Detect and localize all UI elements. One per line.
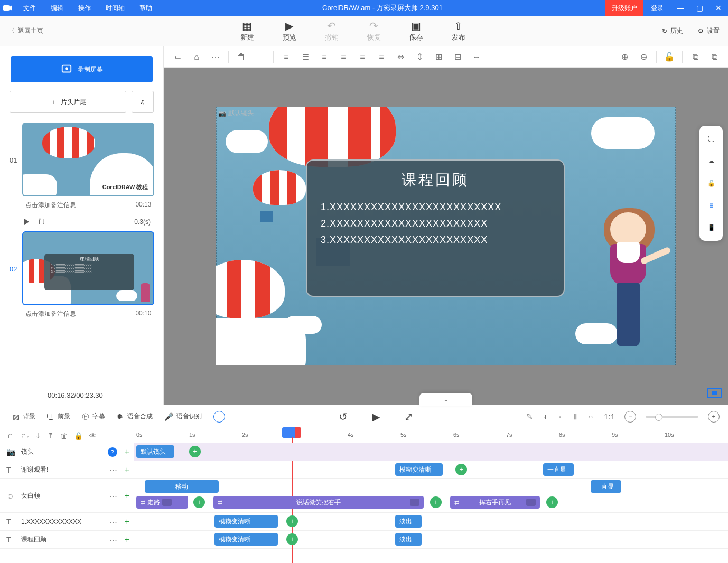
clip-always-show[interactable]: 一直显 xyxy=(591,480,621,493)
trash-icon[interactable]: 🗑 xyxy=(233,49,250,65)
slide-thumbnail[interactable]: CorelDRAW 教程 xyxy=(22,123,154,196)
maximize-button[interactable]: ▢ xyxy=(690,0,709,16)
add-button[interactable]: + xyxy=(125,517,129,527)
align-center-icon[interactable]: ≣ xyxy=(297,49,314,65)
upgrade-button[interactable]: 升级账户 xyxy=(605,0,643,16)
desktop-icon[interactable]: 🖥 xyxy=(705,200,717,211)
save-button[interactable]: ▣保存 xyxy=(409,20,423,42)
timeline-rewind-icon[interactable]: ↺ xyxy=(339,410,348,423)
delete-icon[interactable]: 🗑 xyxy=(60,431,68,440)
new-button[interactable]: ▦新建 xyxy=(240,20,254,42)
align-bottom-icon[interactable]: ≡ xyxy=(373,49,390,65)
align-tool-icon[interactable]: ⊞ xyxy=(430,49,447,65)
slide-item[interactable]: 01 CorelDRAW 教程 点击添加备注信息 00:13 xyxy=(10,123,154,212)
help-icon[interactable]: ? xyxy=(108,447,117,457)
add-folder-icon[interactable]: 🗁 xyxy=(21,431,29,440)
spacing-icon[interactable]: ↔ xyxy=(468,49,485,65)
align-middle-icon[interactable]: ≡ xyxy=(354,49,371,65)
mobile-icon[interactable]: 📱 xyxy=(705,222,717,233)
clip-fade-out[interactable]: 淡出 xyxy=(395,533,422,546)
canvas-viewport[interactable]: 📷 默认镜头 xyxy=(164,68,728,405)
crop-icon[interactable]: ⛶ xyxy=(252,49,269,65)
actual-size-icon[interactable]: 1:1 xyxy=(604,412,615,421)
music-button[interactable]: ♫ xyxy=(132,91,154,113)
filter-icon[interactable]: ⫠ xyxy=(556,412,564,421)
menu-timeline[interactable]: 时间轴 xyxy=(98,0,132,16)
preview-button[interactable]: ▶预览 xyxy=(283,20,296,42)
clip-default-camera[interactable]: 默认镜头 xyxy=(136,445,174,458)
play-transition-icon[interactable] xyxy=(24,219,29,225)
clip-blur-clear[interactable]: 模糊变清晰 xyxy=(214,515,278,528)
clip-always-show[interactable]: 一直显 xyxy=(543,463,574,476)
copy-icon[interactable]: ⧉ xyxy=(687,49,704,65)
clip-move[interactable]: 移动 xyxy=(145,480,219,493)
track-menu-icon[interactable]: ⋯ xyxy=(109,535,117,545)
timeline-collapse-handle[interactable]: ⌄ xyxy=(419,393,472,406)
tab-tts[interactable]: 🗣语音合成 xyxy=(117,412,153,421)
publish-button[interactable]: ⇧发布 xyxy=(452,20,465,42)
tab-foreground[interactable]: ⿻前景 xyxy=(47,412,70,421)
tab-subtitle[interactable]: ㊐字幕 xyxy=(82,412,105,421)
zoom-out-button[interactable]: − xyxy=(624,411,636,423)
track-menu-icon[interactable]: ⋯ xyxy=(109,517,117,527)
lock-track-icon[interactable]: 🔒 xyxy=(74,431,83,440)
tab-asr[interactable]: 🎤语音识别 xyxy=(164,412,202,421)
align-tool2-icon[interactable]: ⊟ xyxy=(449,49,466,65)
add-clip-button[interactable]: + xyxy=(286,533,298,545)
menu-action[interactable]: 操作 xyxy=(71,0,98,16)
tab-background[interactable]: ▨背景 xyxy=(13,412,35,421)
back-home-button[interactable]: 〈 返回主页 xyxy=(8,26,43,35)
clip-blur-clear[interactable]: 模糊变清晰 xyxy=(214,533,278,546)
clip-blur-clear[interactable]: 模糊变清晰 xyxy=(395,463,443,476)
distribute-v-icon[interactable]: ⇕ xyxy=(411,49,428,65)
unlock-icon[interactable]: 🔓 xyxy=(705,177,717,189)
paste-icon[interactable]: ⧉ xyxy=(706,49,723,65)
add-clip-button[interactable]: + xyxy=(189,446,201,457)
clip-fade-out[interactable]: 淡出 xyxy=(395,515,422,528)
edit-icon[interactable]: ✎ xyxy=(526,412,533,421)
close-button[interactable]: ✕ xyxy=(709,0,728,16)
zoom-out-icon[interactable]: ⊖ xyxy=(635,49,652,65)
distribute-h-icon[interactable]: ⇔ xyxy=(392,49,409,65)
record-screen-button[interactable]: 录制屏幕 xyxy=(11,56,153,82)
slide-item[interactable]: 02 课程回顾 1.XXXXXXXXXXXXXXXXXX 2.XXXXXXXXX… xyxy=(10,231,154,321)
intro-outro-button[interactable]: ＋片头片尾 xyxy=(10,91,126,113)
home-icon[interactable]: ⌂ xyxy=(188,49,205,65)
menu-file[interactable]: 文件 xyxy=(16,0,43,16)
align-left-icon[interactable]: ≡ xyxy=(278,49,295,65)
lock-icon[interactable]: 🔓 xyxy=(661,49,678,65)
canvas[interactable]: 📷 默认镜头 xyxy=(216,107,676,365)
settings-button[interactable]: ⚙设置 xyxy=(698,26,720,35)
track-menu-icon[interactable]: ⋯ xyxy=(109,465,117,475)
slide-note[interactable]: 点击添加备注信息 xyxy=(25,309,76,318)
align-right-icon[interactable]: ≡ xyxy=(316,49,333,65)
timeline-play-icon[interactable]: ▶ xyxy=(372,410,380,423)
slide-note[interactable]: 点击添加备注信息 xyxy=(25,201,76,210)
more-icon[interactable]: ⋯ xyxy=(207,49,224,65)
content-panel[interactable]: 课程回顾 1.XXXXXXXXXXXXXXXXXXXXXXXXX 2.XXXXX… xyxy=(306,159,565,297)
add-clip-button[interactable]: + xyxy=(193,496,205,508)
slide-thumbnail[interactable]: 课程回顾 1.XXXXXXXXXXXXXXXXXX 2.XXXXXXXXXXXX… xyxy=(22,231,154,305)
add-button[interactable]: + xyxy=(125,491,129,501)
add-clip-button[interactable]: + xyxy=(286,515,298,527)
clip-talk-wave[interactable]: ⇄说话微笑摆右手⋯ xyxy=(213,496,424,509)
add-button[interactable]: + xyxy=(125,465,129,475)
add-clip-button[interactable]: + xyxy=(546,496,558,508)
visibility-icon[interactable]: 👁 xyxy=(89,431,97,440)
add-button[interactable]: + xyxy=(125,447,129,457)
character[interactable] xyxy=(591,212,665,360)
history-button[interactable]: ↻历史 xyxy=(662,26,683,35)
minimize-button[interactable]: — xyxy=(671,0,690,16)
menu-edit[interactable]: 编辑 xyxy=(43,0,71,16)
aspect-ratio-icon[interactable] xyxy=(707,388,722,398)
login-button[interactable]: 登录 xyxy=(643,0,671,16)
ruler-icon[interactable]: ⌙ xyxy=(169,49,186,65)
timeline-more-button[interactable]: ⋯ xyxy=(213,411,225,423)
redo-button[interactable]: ↷恢复 xyxy=(367,20,381,42)
add-clip-button[interactable]: + xyxy=(455,464,467,475)
folder-icon[interactable]: 🗀 xyxy=(7,431,15,440)
zoom-slider[interactable] xyxy=(646,416,698,418)
fit-width-icon[interactable]: ↔ xyxy=(586,412,594,421)
track-menu-icon[interactable]: ⋯ xyxy=(109,491,117,501)
add-button[interactable]: + xyxy=(125,535,129,545)
